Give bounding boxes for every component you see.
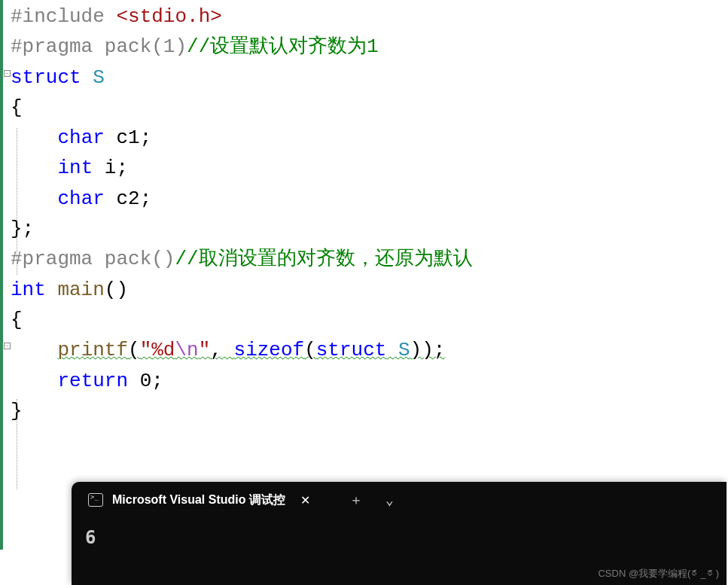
close-icon[interactable]: ✕ — [294, 493, 316, 507]
chevron-down-icon[interactable]: ⌄ — [381, 492, 398, 508]
terminal-icon — [88, 493, 103, 507]
watermark: CSDN @我要学编程(ಥ_ಥ) — [598, 567, 719, 580]
terminal-body[interactable]: 6 — [72, 518, 726, 557]
terminal-window: Microsoft Visual Studio 调试控 ✕ ＋ ⌄ 6 CSDN… — [72, 482, 726, 585]
code-line: return 0; — [11, 366, 728, 396]
code-line: int main() — [11, 275, 728, 305]
code-line: #pragma pack()//取消设置的对齐数，还原为默认 — [11, 244, 728, 274]
code-line: #pragma pack(1)//设置默认对齐数为1 — [11, 32, 728, 62]
code-line: }; — [11, 214, 728, 244]
terminal-tab[interactable]: Microsoft Visual Studio 调试控 ✕ — [81, 482, 324, 518]
code-line: } — [11, 396, 728, 426]
code-line: printf("%d\n", sizeof(struct S)); — [11, 335, 728, 365]
code-line: char c1; — [11, 123, 728, 153]
code-line: { — [11, 305, 728, 335]
code-editor[interactable]: #include <stdio.h>#pragma pack(1)//设置默认对… — [0, 0, 728, 426]
code-line: { — [11, 93, 728, 123]
terminal-tabbar: Microsoft Visual Studio 调试控 ✕ ＋ ⌄ — [72, 482, 726, 518]
code-line: struct S — [11, 62, 728, 93]
terminal-tab-title: Microsoft Visual Studio 调试控 — [112, 492, 285, 508]
terminal-output: 6 — [85, 527, 713, 548]
code-line: int i; — [11, 153, 728, 183]
code-line: #include <stdio.h> — [11, 2, 728, 32]
add-tab-button[interactable]: ＋ — [345, 491, 367, 509]
code-line: char c2; — [11, 184, 728, 214]
